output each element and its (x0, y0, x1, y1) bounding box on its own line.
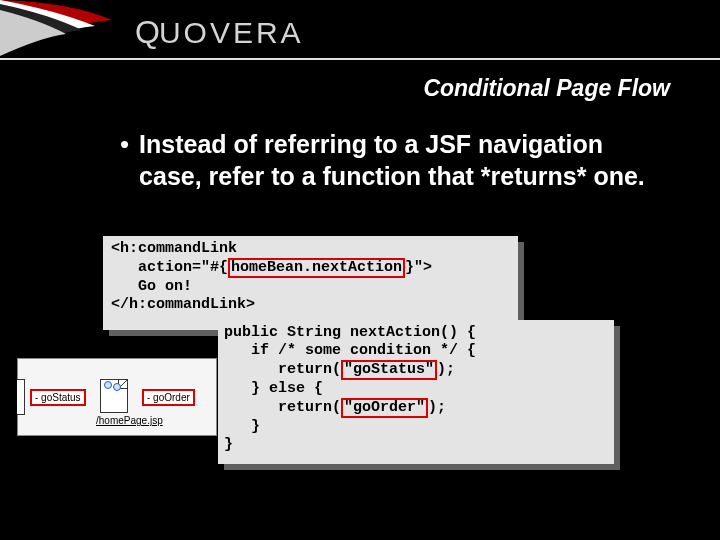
nav-case-label-1: - goStatus (30, 389, 86, 406)
logo-text: QUOVERA (135, 14, 304, 51)
code1-expression-highlight: homeBean.nextAction (228, 258, 405, 278)
logo-letter-q: Q (135, 14, 159, 50)
code2-return2-highlight: "goOrder" (341, 398, 428, 418)
code2-line1: public String nextAction() { (224, 324, 476, 341)
bullet-dot-icon: • (120, 128, 129, 160)
code-xhtml-snippet: <h:commandLink action="#{homeBean.nextAc… (103, 236, 518, 330)
code1-line3: Go on! (111, 278, 192, 295)
code2-line6: } (224, 418, 260, 435)
page-nav-circles-icon (104, 381, 122, 391)
logo-rest: UOVERA (159, 16, 304, 49)
header: QUOVERA (0, 0, 720, 60)
code1-line4: </h:commandLink> (111, 296, 255, 313)
page-caption: /homePage.jsp (96, 415, 163, 426)
bullet-item: • Instead of referring to a JSF navigati… (120, 128, 660, 192)
code-java-snippet: public String nextAction() { if /* some … (218, 320, 614, 464)
bullet-text: Instead of referring to a JSF navigation… (139, 128, 660, 192)
navigation-diagram: - goStatus - goOrder /homePage.jsp (17, 358, 217, 436)
code1-line1: <h:commandLink (111, 240, 237, 257)
nav-case-label-2: - goOrder (142, 389, 195, 406)
code2-line3-post: ); (437, 361, 455, 378)
logo-swoosh (0, 0, 115, 60)
code1-line2-post: }"> (405, 259, 432, 276)
code2-line7: } (224, 436, 233, 453)
code2-line3-pre: return( (224, 361, 341, 378)
code2-line2: if /* some condition */ { (224, 342, 476, 359)
code2-return1-highlight: "goStatus" (341, 360, 437, 380)
page-icon-left-edge (17, 379, 25, 415)
slide-title: Conditional Page Flow (423, 75, 670, 102)
code2-line4: } else { (224, 380, 323, 397)
code1-line2-pre: action="#{ (111, 259, 228, 276)
code2-line5-pre: return( (224, 399, 341, 416)
code2-line5-post: ); (428, 399, 446, 416)
body-text: • Instead of referring to a JSF navigati… (120, 128, 660, 192)
header-divider (0, 58, 720, 60)
